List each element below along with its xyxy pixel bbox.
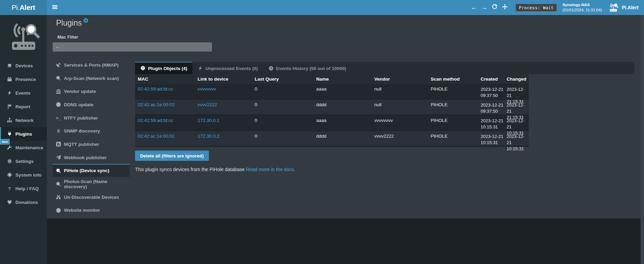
app-name-label: Pi.Alert: [622, 5, 639, 10]
help-badge[interactable]: ?: [83, 18, 88, 23]
cell-vendor: vvvv2222: [372, 134, 428, 139]
gear-icon: [6, 159, 12, 164]
sidebar-item-events[interactable]: Events: [0, 86, 47, 100]
plugin-item-ddns-update[interactable]: DDNS update: [53, 98, 130, 111]
plugin-list: Services & Ports (NMAP)Arp-Scan (Network…: [53, 58, 130, 217]
content-panel: Plugins ? Mac Filter Services & Ports (N…: [47, 15, 644, 219]
cell-last-query: 0: [252, 86, 313, 92]
plugin-item-label: MQTT publisher: [64, 142, 99, 147]
arrow-left-icon: ←: [471, 4, 477, 11]
plugin-item-pihole-device-sync[interactable]: PiHole (Device sync): [53, 164, 130, 177]
sidebar: DevicesPresenceEventsReportNetworkPlugin…: [0, 15, 47, 264]
sidebar-item-label: System info: [15, 172, 42, 178]
university-icon: [56, 89, 61, 94]
column-header-scan-method: Scan method: [428, 77, 479, 82]
plugin-item-ntfy-publisher[interactable]: >_NTFY publisher: [53, 111, 130, 124]
brand-logo[interactable]: Pi.Alert: [0, 0, 47, 15]
microchip-icon: [6, 172, 12, 177]
column-header-vendor: Vendor: [372, 77, 428, 82]
plugin-item-label: SNMP discovery: [64, 128, 100, 134]
sidebar-item-label: Donations: [15, 200, 38, 205]
sidebar-item-plugins[interactable]: Plugins: [0, 127, 47, 141]
cube-icon: [140, 66, 146, 71]
plugin-item-label: Webhook publisher: [64, 155, 107, 160]
plugin-item-label: Un-Discoverable Devices: [64, 195, 119, 200]
plugin-item-arp-scan-network-scan[interactable]: Arp-Scan (Network scan): [53, 71, 130, 85]
tab-events-history-50-out-of-10000[interactable]: Events History (50 out of 10000): [263, 62, 351, 74]
cell-vendor: null: [372, 102, 428, 107]
plugin-item-vendor-update[interactable]: Vendor update: [53, 84, 130, 98]
mac-filter-input[interactable]: [53, 42, 212, 52]
sidebar-item-report[interactable]: Report: [0, 100, 47, 113]
cell-link[interactable]: vvvv2222: [195, 102, 252, 107]
cell-mac[interactable]: 02:42:ac:1e:00:02: [135, 134, 195, 139]
plugin-item-label: DDNS update: [64, 102, 93, 107]
plugin-item-snmp-discovery[interactable]: SSNMP discovery: [53, 124, 130, 137]
page-scrollbar[interactable]: [641, 15, 644, 264]
binoculars-icon: [56, 195, 61, 199]
read-docs-link[interactable]: Read more in the docs.: [246, 167, 296, 172]
back-button[interactable]: ←: [469, 0, 479, 15]
column-header-link-to-device: Link to device: [195, 77, 252, 82]
new-badge: NEW: [0, 139, 10, 144]
sidebar-item-devices[interactable]: Devices: [0, 59, 47, 72]
search-icon: [56, 76, 61, 81]
cell-link[interactable]: 172.30.0.1: [195, 118, 252, 123]
column-header-name: Name: [313, 77, 372, 82]
plugin-item-services-ports-nmap[interactable]: Services & Ports (NMAP): [53, 58, 130, 71]
plugin-item-mqtt-publisher[interactable]: MQTT publisher: [53, 137, 130, 151]
plugin-item-label: Services & Ports (NMAP): [64, 62, 119, 68]
plugin-item-pholus-scan-name-discovery[interactable]: Pholus-Scan (Name discovery): [53, 177, 130, 190]
cell-changed: 2023-12-21 10:15:31: [505, 134, 529, 152]
sidebar-item-help-faq[interactable]: ?Help / FAQ: [0, 182, 47, 195]
plugin-description-text: This plugin syncs devices from the PiHol…: [135, 167, 245, 172]
sidebar-item-presence[interactable]: Presence: [0, 72, 47, 86]
plugin-item-label: Vendor update: [64, 89, 96, 94]
table-row: 02:42:ac:1e:00:02vvvv22220ddddnullPIHOLE…: [135, 100, 529, 115]
satellite-icon: [56, 62, 61, 67]
column-header-last-query: Last Query: [252, 77, 313, 82]
sidebar-item-label: Plugins: [15, 131, 32, 137]
sidebar-item-donations[interactable]: Donations: [0, 195, 47, 209]
sidebar-item-settings[interactable]: Settings: [0, 154, 47, 168]
cell-link[interactable]: vvvvvvvv: [195, 86, 252, 92]
tab-plugin-objects-4[interactable]: Plugin Objects (4): [135, 62, 192, 74]
sidebar-item-label: Devices: [15, 63, 33, 68]
cell-mac[interactable]: 02:42:59:ad:fd:cc: [135, 118, 195, 123]
move-icon: [502, 4, 508, 11]
sidebar-item-network[interactable]: Network: [0, 113, 47, 127]
sidebar-item-label: Network: [15, 118, 33, 123]
device-name: Synology-NAS: [562, 2, 602, 8]
sidebar-item-label: Events: [15, 91, 30, 96]
cell-link[interactable]: 172.30.0.2: [195, 134, 252, 139]
cell-mac[interactable]: 02:42:ac:1e:00:02: [135, 102, 195, 107]
plugin-item-un-discoverable-devices[interactable]: Un-Discoverable Devices: [53, 190, 130, 204]
plugin-item-website-monitor[interactable]: Website monitor: [53, 204, 130, 217]
device-time: (01/01/2024, 11:31:04): [562, 8, 602, 13]
refresh-icon: [492, 4, 497, 11]
bolt-icon: [6, 91, 12, 95]
cell-last-query: 0: [252, 102, 313, 107]
sidebar-toggle-button[interactable]: [47, 0, 63, 15]
cell-vendor: null: [372, 86, 428, 92]
sitemap-icon: [6, 118, 12, 123]
refresh-button[interactable]: [489, 0, 500, 15]
plugin-description: This plugin syncs devices from the PiHol…: [135, 167, 634, 172]
arrow-right-icon: →: [481, 4, 487, 11]
plugin-item-webhook-publisher[interactable]: Webhook publisher: [53, 151, 130, 164]
wrench-icon: [6, 145, 12, 150]
sidebar-item-system-info[interactable]: System info: [0, 168, 47, 182]
tab-unprocessed-events-0[interactable]: Unprocessed Events (0): [192, 62, 263, 74]
sidebar-item-label: Maintenance: [15, 145, 43, 150]
cell-created: 2023-12-21 09:37:50: [479, 86, 505, 99]
delete-all-button[interactable]: Delete all (filters are ignored): [135, 151, 209, 161]
app-router-icon: [608, 3, 619, 12]
cell-mac[interactable]: 02:42:59:ad:fd:cc: [135, 86, 195, 92]
tab-label: Unprocessed Events (0): [205, 66, 258, 71]
table-header-row: MACLink to deviceLast QueryNameVendorSca…: [135, 74, 529, 84]
move-button[interactable]: [500, 0, 510, 15]
cell-scan-method: PIHOLE: [428, 134, 479, 139]
forward-button[interactable]: →: [479, 0, 489, 15]
plug-icon: [6, 131, 12, 136]
plugin-item-label: Website monitor: [64, 208, 100, 213]
